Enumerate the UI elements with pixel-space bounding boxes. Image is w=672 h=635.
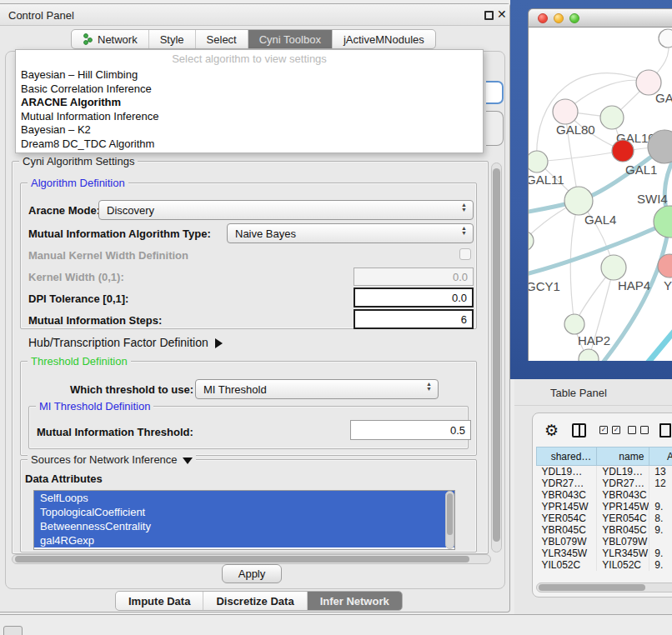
table-cell[interactable]: 9. [649, 559, 672, 571]
tab-jactivemnodules[interactable]: jActiveMNodules [333, 30, 435, 48]
network-node-gal1[interactable] [612, 140, 634, 162]
tab-style[interactable]: Style [149, 30, 196, 48]
tab-impute-data[interactable]: Impute Data [116, 592, 203, 610]
page-icon[interactable] [659, 423, 671, 438]
attribute-list-item[interactable]: SelfLoops [34, 491, 454, 505]
table-cell[interactable]: YBR043C [597, 489, 649, 501]
table-cell[interactable]: 8. [649, 512, 672, 524]
dropdown-item[interactable]: ARACNE Algorithm [16, 96, 483, 110]
network-node-gal10[interactable] [600, 106, 624, 129]
columns-icon[interactable] [572, 423, 586, 438]
dropdown-item[interactable]: Bayesian – Hill Climbing [16, 68, 483, 82]
settings-horizontal-scrollbar[interactable] [12, 554, 491, 564]
table-cell[interactable] [649, 536, 672, 548]
table-row[interactable]: YBR043CYBR043C [537, 489, 672, 501]
tab-select[interactable]: Select [196, 30, 248, 48]
checked-checkbox-icon[interactable]: ✓ [612, 426, 620, 434]
table-cell[interactable]: YER054C [597, 512, 649, 524]
aracne-mode-select[interactable]: Discovery ▲▼ [98, 200, 474, 220]
column-header[interactable]: A [649, 448, 672, 466]
which-threshold-select[interactable]: MI Threshold ▲▼ [195, 379, 439, 399]
table-row[interactable]: YDR27…YDR27…12 [537, 478, 672, 489]
network-node-gal80[interactable] [553, 99, 578, 124]
checked-checkbox-icon[interactable]: ✓ [599, 426, 608, 434]
dpi-tolerance-field[interactable] [354, 288, 474, 308]
table-cell[interactable]: YBR043C [537, 489, 597, 501]
table-cell[interactable]: YLR345W [537, 548, 597, 559]
scrollbar-thumb[interactable] [493, 168, 500, 542]
network-node-gal11[interactable] [529, 151, 548, 172]
table-cell[interactable]: YPR145W [537, 501, 597, 512]
manual-kernel-width-checkbox[interactable] [459, 248, 471, 260]
table-cell[interactable]: YBL079W [537, 536, 597, 548]
table-row[interactable]: YBL079WYBL079W [537, 536, 672, 548]
dropdown-item[interactable]: Bayesian – K2 [16, 123, 483, 138]
table-row[interactable]: YDL19…YDL19…13 [537, 466, 672, 478]
network-node-gal4[interactable] [564, 187, 593, 215]
mi-algorithm-type-select[interactable]: Naive Bayes ▲▼ [227, 223, 474, 243]
table-row[interactable]: YBR045CYBR045C9. [537, 524, 672, 536]
attribute-list-item[interactable]: BetweennessCentrality [34, 519, 454, 533]
network-node-hap4[interactable] [601, 255, 626, 280]
table-cell[interactable]: YPR145W [597, 501, 649, 512]
scrollbar-thumb[interactable] [15, 556, 469, 562]
table-cell[interactable]: YIL052C [537, 559, 597, 571]
table-row[interactable]: YPR145WYPR145W9. [537, 501, 672, 512]
minimize-window-icon[interactable] [554, 13, 564, 23]
gear-icon[interactable]: ⚙ [544, 421, 559, 440]
table-cell[interactable]: YDL19… [537, 466, 597, 478]
network-node-hap2[interactable] [564, 314, 584, 334]
table-cell[interactable]: 9. [649, 524, 672, 536]
table-cell[interactable]: YBR045C [537, 524, 597, 536]
scrollbar-thumb[interactable] [539, 584, 645, 591]
zoom-window-icon[interactable] [569, 13, 579, 23]
partial-button[interactable] [3, 626, 23, 635]
dropdown-item[interactable]: Basic Correlation Inference [16, 82, 483, 97]
node-table[interactable]: shared…nameAYDL19…YDL19…13YDR27…YDR27…12… [536, 447, 672, 571]
tab-discretize-data[interactable]: Discretize Data [203, 592, 307, 610]
float-window-icon[interactable] [484, 11, 494, 20]
table-row[interactable]: YIL052CYIL052C9. [537, 559, 672, 571]
table-row[interactable]: YLR345WYLR345W9. [537, 548, 672, 559]
apply-button[interactable]: Apply [222, 564, 282, 583]
table-cell[interactable]: 9. [649, 548, 672, 559]
tab-cyni-toolbox[interactable]: Cyni Toolbox [248, 30, 333, 48]
table-cell[interactable]: YBR045C [597, 524, 649, 536]
table-horizontal-scrollbar[interactable] [536, 582, 672, 592]
table-cell[interactable]: YBL079W [597, 536, 649, 548]
table-cell[interactable]: YDR27… [537, 478, 597, 489]
table-cell[interactable]: 9. [649, 501, 672, 512]
table-cell[interactable]: 12 [649, 478, 672, 489]
table-cell[interactable]: YER054C [537, 512, 597, 524]
data-attributes-list[interactable]: SelfLoopsTopologicalCoefficientBetweenne… [33, 490, 455, 550]
network-node-gcy1[interactable] [529, 231, 534, 251]
mi-steps-field[interactable] [354, 309, 474, 329]
table-cell[interactable]: YLR345W [597, 548, 649, 559]
network-node[interactable] [579, 349, 599, 361]
table-cell[interactable]: YDR27… [597, 478, 649, 489]
attribute-list-item[interactable]: TopologicalCoefficient [34, 505, 454, 519]
dropdown-item[interactable]: Mutual Information Inference [16, 110, 483, 124]
close-panel-icon[interactable]: ✕ [497, 8, 507, 21]
attribute-list-item[interactable]: gal4RGexp [34, 533, 454, 548]
settings-vertical-scrollbar[interactable] [491, 162, 502, 552]
table-cell[interactable]: YIL052C [597, 559, 649, 571]
scrollbar-thumb[interactable] [447, 493, 453, 535]
dropdown-item[interactable]: Dream8 DC_TDC Algorithm [16, 138, 483, 152]
network-node[interactable] [659, 29, 672, 48]
attribute-list-scrollbar[interactable] [445, 491, 454, 549]
network-canvas[interactable]: GALGAL80GAL10GAL1GAL11GAL4SWI4GCY1HAP4YH… [528, 28, 672, 361]
table-cell[interactable]: YDL19… [597, 466, 649, 478]
tab-network[interactable]: Network [72, 30, 149, 48]
unchecked-checkbox-icon[interactable] [640, 426, 649, 434]
column-header[interactable]: shared… [537, 448, 597, 466]
network-node-swi4[interactable] [654, 206, 672, 238]
mi-threshold-field[interactable] [350, 420, 471, 440]
hub-factor-expander[interactable]: Hub/Transcription Factor Definition [28, 336, 223, 349]
table-row[interactable]: YER054CYER054C8. [537, 512, 672, 524]
tab-infer-network[interactable]: Infer Network [308, 592, 402, 610]
sources-group-title[interactable]: Sources for Network Inference [28, 453, 196, 466]
column-header[interactable]: name [597, 448, 649, 466]
kernel-width-field[interactable] [354, 268, 474, 286]
unchecked-checkbox-icon[interactable] [628, 426, 636, 434]
